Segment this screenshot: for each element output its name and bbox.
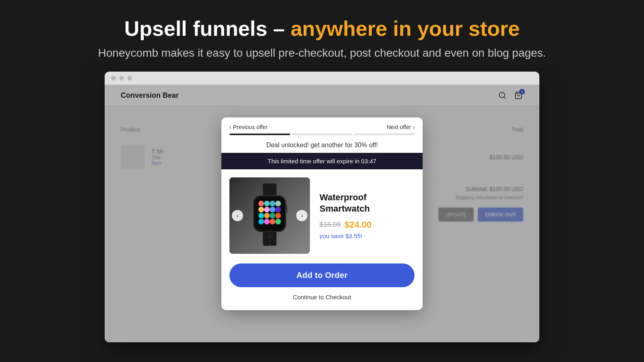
svg-point-24 — [269, 240, 270, 242]
add-to-order-button[interactable]: Add to Order — [229, 263, 415, 287]
browser-toolbar — [105, 72, 539, 85]
svg-point-11 — [270, 207, 275, 212]
modal-overlay: ‹ Previous offer Next offer › Deal unloc… — [105, 85, 539, 342]
page-subtitle: Honeycomb makes it easy to upsell pre-ch… — [8, 47, 636, 60]
browser-dot-green — [127, 76, 132, 80]
progress-segment-2 — [292, 134, 353, 135]
upsell-modal: ‹ Previous offer Next offer › Deal unloc… — [221, 117, 423, 310]
svg-point-9 — [258, 207, 264, 212]
browser-dot-red — [111, 76, 116, 80]
prev-offer-label: Previous offer — [233, 124, 268, 130]
svg-point-18 — [264, 219, 270, 224]
svg-point-20 — [275, 219, 281, 224]
savings-text: you save $3.55! — [320, 232, 415, 239]
timer-bar: This limited time offer will expire in 0… — [221, 153, 423, 169]
svg-point-25 — [269, 244, 270, 246]
title-part1: Upsell funnels – — [124, 17, 291, 40]
page-header: Upsell funnels – anywhere in your store … — [0, 0, 644, 72]
svg-point-6 — [264, 201, 270, 206]
svg-point-5 — [258, 201, 264, 206]
svg-point-12 — [275, 207, 281, 212]
deal-text: Deal unlocked! get another for 30% off! — [221, 140, 423, 153]
svg-point-19 — [270, 219, 275, 224]
next-offer-label: Next offer — [387, 124, 411, 130]
chevron-left-icon: ‹ — [229, 124, 231, 130]
next-offer-button[interactable]: Next offer › — [387, 124, 415, 130]
svg-point-23 — [269, 236, 270, 238]
image-prev-button[interactable]: ‹ — [232, 210, 243, 221]
svg-point-10 — [264, 207, 270, 212]
svg-rect-22 — [263, 232, 277, 246]
svg-point-7 — [270, 201, 275, 206]
product-info: Waterproof Smartwatch $16.00 $24.00 you … — [320, 192, 415, 239]
svg-point-15 — [270, 213, 275, 218]
product-pricing: $16.00 $24.00 — [320, 220, 415, 230]
product-image-container: ‹ › — [229, 177, 310, 254]
progress-segment-1 — [229, 134, 290, 135]
svg-point-16 — [275, 213, 281, 218]
prev-offer-button[interactable]: ‹ Previous offer — [229, 124, 268, 130]
continue-checkout-button[interactable]: Continue to Checkout — [291, 292, 353, 302]
shop-page: Conversion Bear 1 Product Total — [105, 85, 539, 342]
progress-bar — [221, 134, 423, 140]
image-next-button[interactable]: › — [296, 210, 308, 221]
chevron-right-icon: › — [413, 124, 415, 130]
product-section: ‹ › Waterproof Smartwatch $16.00 $24.00 … — [221, 169, 423, 260]
original-price: $16.00 — [320, 221, 341, 229]
progress-segment-3 — [354, 134, 415, 135]
svg-rect-21 — [285, 206, 287, 213]
browser-dot-yellow — [119, 76, 124, 80]
svg-point-8 — [275, 201, 281, 206]
page-title: Upsell funnels – anywhere in your store — [8, 16, 636, 41]
modal-navigation: ‹ Previous offer Next offer › — [221, 117, 423, 134]
watch-illustration — [244, 181, 296, 250]
cta-section: Add to Order Continue to Checkout — [221, 260, 423, 310]
svg-point-14 — [264, 213, 270, 218]
svg-point-13 — [258, 213, 264, 218]
title-highlight: anywhere in your store — [291, 17, 520, 40]
browser-window: Conversion Bear 1 Product Total — [105, 72, 539, 342]
sale-price: $24.00 — [345, 220, 372, 230]
product-name: Waterproof Smartwatch — [320, 192, 415, 215]
svg-point-17 — [258, 219, 264, 224]
svg-rect-2 — [263, 183, 277, 195]
